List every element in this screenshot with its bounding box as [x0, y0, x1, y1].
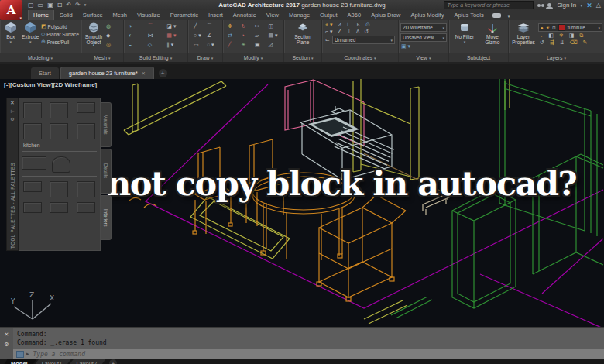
- extrude-button[interactable]: Extrude ▾: [21, 22, 39, 44]
- box-button[interactable]: Box ▾: [2, 22, 19, 44]
- app-menu-button[interactable]: A ▾: [0, 0, 22, 20]
- palette-tool-dresser[interactable]: [50, 181, 68, 197]
- ucs-3point-icon[interactable]: ∠: [338, 29, 342, 35]
- offset-icon[interactable]: ▣: [255, 42, 266, 50]
- palette-tool-counter[interactable]: [77, 102, 95, 113]
- layer-freeze-icon[interactable]: ❄: [559, 33, 564, 39]
- panel-label-modeling[interactable]: Modeling▾: [0, 53, 81, 62]
- tab-visualize[interactable]: Visualize: [132, 10, 165, 20]
- layer-isolate-icon[interactable]: ◧: [548, 33, 554, 39]
- palette-tool-sofa[interactable]: [23, 202, 42, 213]
- redo-icon[interactable]: ↷: [75, 2, 81, 9]
- panel-label-solid-editing[interactable]: Solid Editing▾: [124, 53, 187, 62]
- layer-off-icon[interactable]: ◒: [540, 33, 543, 39]
- new-layout-plus-button[interactable]: +: [109, 359, 117, 364]
- customize-wrench-icon[interactable]: ⚙: [4, 342, 9, 348]
- circle-icon[interactable]: ○ ▾: [194, 33, 204, 41]
- palette-tool-stool[interactable]: [77, 202, 95, 213]
- help-icon[interactable]: △: [596, 2, 601, 9]
- save-icon[interactable]: ▣: [47, 2, 53, 9]
- panel-label-view[interactable]: View▾: [399, 53, 448, 62]
- record-caret-icon[interactable]: ▾: [503, 12, 515, 20]
- polyline-icon[interactable]: ∠: [207, 33, 217, 41]
- close-icon[interactable]: ✕: [5, 331, 9, 338]
- layer-prev-icon[interactable]: ↺: [540, 39, 544, 46]
- panel-label-coordinates[interactable]: Coordinates▾: [322, 53, 398, 62]
- panel-label-subobject[interactable]: Subobject: [449, 53, 508, 62]
- layer-properties-button[interactable]: Layer Properties: [510, 22, 537, 45]
- viewport-controls[interactable]: [-][Custom View][2D Wireframe]: [4, 81, 97, 88]
- palette-tab-details[interactable]: Details: [101, 149, 112, 194]
- ucs-named-icon[interactable]: ⌙: [325, 37, 330, 43]
- palette-tool-base-cabinet[interactable]: [23, 123, 42, 139]
- tab-aplus-modify[interactable]: Aplus Modify: [407, 10, 449, 20]
- panel-label-draw[interactable]: Draw▾: [188, 53, 222, 62]
- thicken-icon[interactable]: ▦ ▾: [166, 33, 183, 41]
- layer-merge-icon[interactable]: ⇊: [560, 39, 565, 46]
- close-icon[interactable]: ✕: [10, 100, 15, 106]
- array-icon[interactable]: ▤ ▾: [269, 33, 280, 41]
- polysolid-button[interactable]: ◩ Polysolid: [41, 23, 79, 29]
- layout-tab-model[interactable]: Model: [2, 359, 37, 364]
- search-binoculars-icon[interactable]: [537, 4, 541, 7]
- ellipse-icon[interactable]: ◌ ▾: [207, 42, 217, 50]
- dynamic-input-icon[interactable]: [16, 351, 24, 358]
- tool-palette-spine[interactable]: ✕ ⊩ ⚙ TOOL PALETTES - ALL PALETTES: [6, 98, 19, 251]
- palette-tool-dining-set[interactable]: [23, 181, 42, 192]
- planar-surface-button[interactable]: ◇ Planar Surface: [41, 31, 79, 37]
- fillet-icon[interactable]: ◿: [269, 42, 280, 50]
- tab-solid[interactable]: Solid: [55, 10, 77, 20]
- presspull-button[interactable]: ⊕ Press/Pull: [41, 39, 79, 45]
- ucs-z-axis-icon[interactable]: ⌐ ▾: [325, 29, 333, 35]
- tab-aplus-tools[interactable]: Aplus Tools: [449, 10, 488, 20]
- mesh-crease-icon[interactable]: ◆: [106, 33, 111, 41]
- stretch-icon[interactable]: ▱: [255, 33, 266, 41]
- layer-walk-icon[interactable]: ⇶: [550, 39, 554, 46]
- section-plane-button[interactable]: Section Plane: [287, 22, 318, 45]
- palette-tool-cabinet[interactable]: [23, 102, 42, 118]
- move-gizmo-button[interactable]: Move Gizmo: [480, 22, 505, 45]
- scale-icon[interactable]: ◔: [242, 33, 252, 41]
- mesh-refine-icon[interactable]: ◍: [106, 23, 111, 32]
- line-icon[interactable]: ╱: [194, 23, 204, 32]
- layer-dropdown[interactable]: ● ☀ ⊓ furniture ▾: [538, 23, 602, 32]
- layer-lock-icon[interactable]: ◨: [569, 33, 575, 39]
- plot-icon[interactable]: ⊡: [57, 2, 63, 9]
- rotate-icon[interactable]: ↻: [242, 23, 252, 32]
- tab-annotate[interactable]: Annotate: [228, 10, 261, 20]
- ucs-object-icon[interactable]: ⊾: [356, 22, 361, 28]
- tab-view[interactable]: View: [262, 10, 283, 20]
- rectangle-icon[interactable]: ▭: [194, 42, 204, 50]
- interfere-icon[interactable]: ∥ ▾: [166, 42, 183, 50]
- new-drawing-plus-button[interactable]: +: [159, 69, 167, 77]
- qat-menu-caret-icon[interactable]: ▾: [84, 3, 87, 7]
- open-file-icon[interactable]: ▭: [38, 2, 44, 9]
- close-icon[interactable]: ✕: [142, 70, 146, 76]
- palette-tool-tall-cabinet[interactable]: [50, 102, 68, 118]
- ucs-y-icon[interactable]: ∆: [356, 29, 359, 35]
- layout-tab-layout2[interactable]: Layout2: [67, 359, 106, 364]
- named-view-dropdown[interactable]: Unsaved View▾: [400, 33, 447, 42]
- palette-tool-chair[interactable]: [77, 181, 95, 197]
- trim-icon[interactable]: ✂: [255, 23, 266, 32]
- fillet-edge-icon[interactable]: ⌒: [148, 23, 164, 32]
- palette-tool-wardrobe[interactable]: [22, 156, 46, 170]
- panel-label-modify[interactable]: Modify▾: [223, 53, 283, 62]
- auto-hide-icon[interactable]: ⊩: [10, 108, 14, 114]
- no-filter-button[interactable]: No Filter ▾: [452, 22, 477, 44]
- file-tab-start[interactable]: Start: [31, 67, 59, 79]
- visual-style-dropdown[interactable]: 2D Wireframe▾: [400, 23, 447, 32]
- ucs-x-icon[interactable]: ⊥: [347, 29, 352, 35]
- sign-in-button[interactable]: Sign In: [557, 2, 576, 9]
- ucs-view-icon[interactable]: ∟: [346, 22, 352, 28]
- palette-tab-materials[interactable]: Materials: [101, 102, 112, 147]
- new-file-icon[interactable]: ▢: [28, 2, 34, 9]
- panel-label-layers[interactable]: Layers▾: [509, 53, 604, 62]
- tab-parametric[interactable]: Parametric: [166, 10, 203, 20]
- move-icon[interactable]: ✥: [228, 23, 239, 32]
- tab-a360[interactable]: A360: [343, 10, 366, 20]
- panel-label-section[interactable]: Section▾: [284, 53, 321, 62]
- tab-home[interactable]: Home: [28, 9, 54, 20]
- taper-face-icon[interactable]: ⋈: [148, 33, 164, 41]
- mirror-icon[interactable]: ⇄: [228, 33, 239, 41]
